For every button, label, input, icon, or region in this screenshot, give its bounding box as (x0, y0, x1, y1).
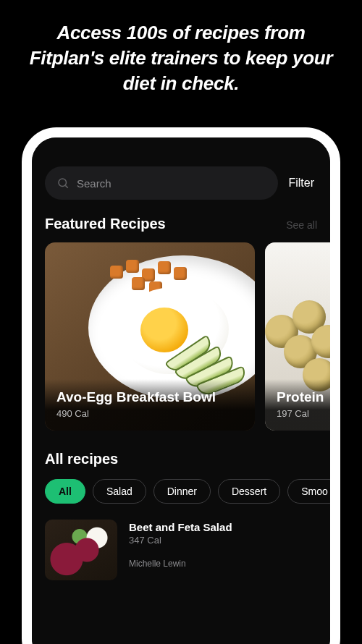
app-screen: Filter Featured Recipes See all Avo-Egg … (32, 137, 330, 644)
list-item[interactable]: Beet and Feta Salad 347 Cal Michelle Lew… (45, 520, 317, 580)
search-field-wrap[interactable] (45, 166, 278, 200)
featured-card[interactable]: Protein 197 Cal (265, 242, 330, 431)
featured-title: Featured Recipes (45, 216, 166, 232)
promo-headline: Access 100s of recipes from Fitplan's el… (0, 0, 362, 114)
search-input[interactable] (77, 177, 266, 190)
search-icon (56, 177, 70, 190)
card-overlay: Avo-Egg Breakfast Bowl 490 Cal (45, 379, 255, 431)
phone-frame: Filter Featured Recipes See all Avo-Egg … (22, 127, 340, 644)
recipe-calories: 197 Cal (277, 408, 330, 419)
card-overlay: Protein 197 Cal (265, 379, 330, 431)
all-recipes-title: All recipes (45, 451, 317, 467)
chip-smoothie[interactable]: Smoo (287, 479, 330, 504)
recipe-thumbnail (45, 520, 117, 580)
recipe-calories: 490 Cal (56, 408, 243, 419)
chip-salad[interactable]: Salad (93, 479, 146, 504)
category-chips[interactable]: All Salad Dinner Dessert Smoo (32, 479, 330, 504)
recipe-meta: Beet and Feta Salad 347 Cal Michelle Lew… (129, 520, 232, 569)
recipe-calories: 347 Cal (129, 535, 232, 546)
recipe-list: Beet and Feta Salad 347 Cal Michelle Lew… (32, 520, 330, 580)
chip-dessert[interactable]: Dessert (218, 479, 280, 504)
svg-point-0 (59, 179, 67, 187)
recipe-author: Michelle Lewin (129, 559, 232, 569)
chip-dinner[interactable]: Dinner (153, 479, 211, 504)
featured-card[interactable]: Avo-Egg Breakfast Bowl 490 Cal (45, 242, 255, 431)
recipe-title: Beet and Feta Salad (129, 521, 232, 533)
svg-line-1 (65, 185, 67, 187)
search-row: Filter (45, 166, 317, 200)
filter-button[interactable]: Filter (288, 177, 317, 190)
chip-all[interactable]: All (45, 479, 85, 504)
featured-carousel[interactable]: Avo-Egg Breakfast Bowl 490 Cal Protein 1… (32, 242, 330, 431)
featured-header: Featured Recipes See all (45, 216, 317, 232)
see-all-link[interactable]: See all (286, 219, 317, 231)
recipe-title: Avo-Egg Breakfast Bowl (56, 389, 243, 405)
recipe-title: Protein (277, 389, 330, 405)
